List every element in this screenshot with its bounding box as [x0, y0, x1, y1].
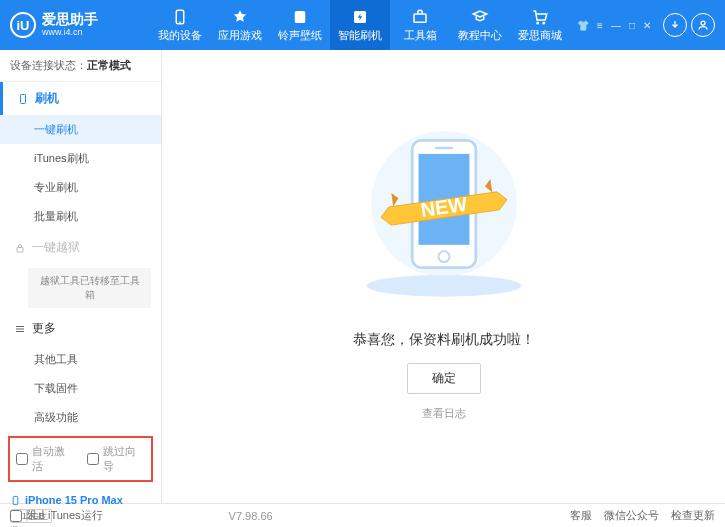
svg-point-7 — [701, 21, 705, 25]
logo-area: iU 爱思助手 www.i4.cn — [10, 12, 150, 38]
sidebar-item-advanced[interactable]: 高级功能 — [0, 403, 161, 432]
user-button[interactable] — [691, 13, 715, 37]
svg-rect-2 — [295, 11, 306, 23]
nav-toolbox[interactable]: 工具箱 — [390, 0, 450, 50]
svg-rect-13 — [13, 496, 18, 504]
sidebar-item-oneclick-flash[interactable]: 一键刷机 — [0, 115, 161, 144]
apps-icon — [231, 8, 249, 26]
sidebar-item-pro-flash[interactable]: 专业刷机 — [0, 173, 161, 202]
skip-setup-checkbox[interactable]: 跳过向导 — [87, 444, 146, 474]
nav-ringtones[interactable]: 铃声壁纸 — [270, 0, 330, 50]
store-icon — [531, 8, 549, 26]
svg-rect-9 — [17, 247, 23, 252]
close-icon[interactable]: ✕ — [643, 20, 651, 31]
svg-point-5 — [537, 22, 539, 24]
connection-status: 设备连接状态：正常模式 — [0, 50, 161, 82]
toolbox-icon — [411, 8, 429, 26]
main-content: NEW 恭喜您，保资料刷机成功啦！ 确定 查看日志 — [162, 50, 725, 503]
svg-point-14 — [366, 274, 521, 296]
logo-url: www.i4.cn — [42, 28, 98, 38]
view-log-link[interactable]: 查看日志 — [422, 406, 466, 421]
version-label: V7.98.66 — [229, 510, 273, 522]
app-header: iU 爱思助手 www.i4.cn 我的设备 应用游戏 铃声壁纸 智能刷机 工具… — [0, 0, 725, 50]
nav-apps[interactable]: 应用游戏 — [210, 0, 270, 50]
nav-my-device[interactable]: 我的设备 — [150, 0, 210, 50]
sidebar-item-itunes-flash[interactable]: iTunes刷机 — [0, 144, 161, 173]
auto-activate-checkbox[interactable]: 自动激活 — [16, 444, 75, 474]
flash-icon — [351, 8, 369, 26]
menu-icon[interactable]: ≡ — [597, 20, 603, 31]
device-icon — [171, 8, 189, 26]
download-button[interactable] — [663, 13, 687, 37]
logo-title: 爱思助手 — [42, 12, 98, 27]
sidebar-item-other-tools[interactable]: 其他工具 — [0, 345, 161, 374]
success-message: 恭喜您，保资料刷机成功啦！ — [353, 331, 535, 349]
sidebar-item-download-firmware[interactable]: 下载固件 — [0, 374, 161, 403]
svg-rect-4 — [414, 14, 426, 22]
nav-smart-flash[interactable]: 智能刷机 — [330, 0, 390, 50]
tutorial-icon — [471, 8, 489, 26]
ringtone-icon — [291, 8, 309, 26]
logo-icon: iU — [10, 12, 36, 38]
skin-icon[interactable]: 👕 — [577, 20, 589, 31]
footer-update-link[interactable]: 检查更新 — [671, 508, 715, 523]
more-icon — [14, 323, 26, 335]
lock-icon — [14, 242, 26, 254]
device-name[interactable]: iPhone 15 Pro Max — [10, 494, 151, 506]
maximize-icon[interactable]: □ — [629, 20, 635, 31]
section-more[interactable]: 更多 — [0, 312, 161, 345]
sidebar-item-batch-flash[interactable]: 批量刷机 — [0, 202, 161, 231]
ok-button[interactable]: 确定 — [407, 363, 481, 394]
section-jailbreak: 一键越狱 — [0, 231, 161, 264]
success-illustration: NEW — [344, 113, 544, 313]
svg-rect-8 — [21, 94, 26, 103]
nav-tutorials[interactable]: 教程中心 — [450, 0, 510, 50]
window-controls: 👕 ≡ — □ ✕ — [577, 20, 651, 31]
minimize-icon[interactable]: — — [611, 20, 621, 31]
phone-icon — [10, 495, 21, 506]
top-nav: 我的设备 应用游戏 铃声壁纸 智能刷机 工具箱 教程中心 爱思商城 — [150, 0, 570, 50]
svg-rect-19 — [434, 146, 452, 149]
highlighted-checkbox-area: 自动激活 跳过向导 — [8, 436, 153, 482]
footer-wechat-link[interactable]: 微信公众号 — [604, 508, 659, 523]
jailbreak-note: 越狱工具已转移至工具箱 — [28, 268, 151, 308]
svg-point-6 — [543, 22, 545, 24]
section-flash[interactable]: 刷机 — [0, 82, 161, 115]
sidebar: 设备连接状态：正常模式 刷机 一键刷机 iTunes刷机 专业刷机 批量刷机 一… — [0, 50, 162, 503]
block-itunes-checkbox[interactable]: 阻止iTunes运行 — [10, 508, 103, 523]
nav-store[interactable]: 爱思商城 — [510, 0, 570, 50]
footer-support-link[interactable]: 客服 — [570, 508, 592, 523]
